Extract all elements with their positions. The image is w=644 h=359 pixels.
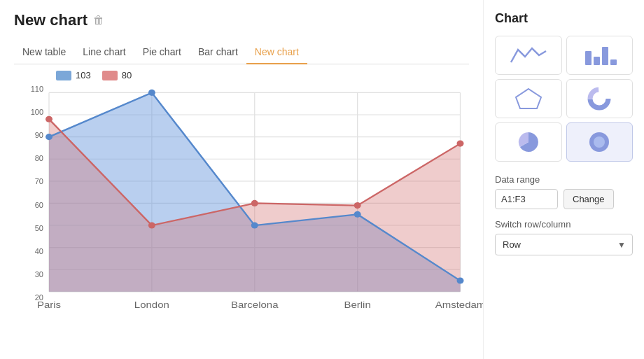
trash-icon[interactable]: 🗑 xyxy=(93,14,104,27)
svg-marker-34 xyxy=(516,89,541,108)
svg-point-17 xyxy=(251,222,258,228)
legend-label: 103 xyxy=(76,70,91,80)
switch-select[interactable]: RowColumn xyxy=(495,234,633,255)
svg-point-16 xyxy=(148,90,155,96)
svg-text:Barcelona: Barcelona xyxy=(231,299,279,309)
svg-rect-30 xyxy=(585,51,592,65)
svg-rect-32 xyxy=(602,47,608,65)
data-range-label: Data range xyxy=(495,174,633,185)
svg-point-19 xyxy=(457,278,464,284)
y-tick-label: 90 xyxy=(35,131,43,139)
tab-line-chart[interactable]: Line chart xyxy=(74,41,134,64)
right-panel: Chart Data range Change Switch row/colum… xyxy=(483,0,644,359)
tab-bar-chart[interactable]: Bar chart xyxy=(190,41,246,64)
y-tick-label: 30 xyxy=(35,270,43,279)
y-tick-label: 80 xyxy=(35,154,43,162)
legend-item: 103 xyxy=(56,70,91,80)
polygon-chart-type[interactable] xyxy=(495,79,562,118)
chart-area: 10380 1101009080706050403020 ParisLondon… xyxy=(14,70,469,329)
chart-type-grid xyxy=(495,36,633,162)
right-panel-title: Chart xyxy=(495,11,633,26)
svg-point-24 xyxy=(457,141,464,147)
y-tick-label: 50 xyxy=(35,224,43,232)
svg-rect-33 xyxy=(610,59,617,65)
chart-inner: ParisLondonBarcelonaBerlinAmstedam xyxy=(49,85,469,316)
svg-point-39 xyxy=(594,136,605,148)
svg-point-20 xyxy=(46,116,52,122)
svg-point-21 xyxy=(148,222,155,228)
svg-text:Amstedam: Amstedam xyxy=(435,299,483,309)
svg-text:Berlin: Berlin xyxy=(344,299,370,309)
tab-new-table[interactable]: New table xyxy=(14,41,74,64)
data-range-row: Change xyxy=(495,189,633,209)
chart-svg: ParisLondonBarcelonaBerlinAmstedam xyxy=(49,85,469,316)
donut-chart-type[interactable] xyxy=(566,79,634,118)
y-tick-label: 60 xyxy=(35,201,43,209)
chart-legend: 10380 xyxy=(56,70,469,80)
svg-point-15 xyxy=(46,134,52,140)
legend-label: 80 xyxy=(122,70,132,80)
line-chart-type[interactable] xyxy=(495,36,562,75)
page-title: New chart xyxy=(14,11,88,29)
bar-chart-type[interactable] xyxy=(566,36,634,75)
pie-chart-type[interactable] xyxy=(495,122,562,162)
data-range-input[interactable] xyxy=(495,189,558,209)
switch-label: Switch row/column xyxy=(495,219,633,230)
legend-color xyxy=(102,71,118,80)
svg-text:Paris: Paris xyxy=(37,299,61,309)
y-tick-label: 40 xyxy=(35,247,43,255)
switch-select-row: RowColumn ▼ xyxy=(495,234,633,255)
y-axis: 1101009080706050403020 xyxy=(14,85,49,316)
y-tick-label: 100 xyxy=(31,108,43,116)
svg-point-23 xyxy=(354,202,361,209)
tab-bar: New tableLine chartPie chartBar chartNew… xyxy=(14,41,469,64)
tab-pie-chart[interactable]: Pie chart xyxy=(134,41,190,64)
svg-rect-31 xyxy=(594,57,600,65)
change-button[interactable]: Change xyxy=(564,189,614,209)
tab-new-chart[interactable]: New chart xyxy=(246,41,307,64)
svg-point-22 xyxy=(251,200,258,206)
svg-point-18 xyxy=(354,211,361,218)
svg-point-36 xyxy=(595,94,603,103)
legend-color xyxy=(56,71,71,80)
svg-text:London: London xyxy=(134,299,169,309)
circle-chart-type[interactable] xyxy=(566,122,634,162)
legend-item: 80 xyxy=(102,70,132,80)
chart-wrapper: 1101009080706050403020 ParisLondonBarcel… xyxy=(14,85,469,316)
y-tick-label: 110 xyxy=(31,85,43,93)
page-title-area: New chart 🗑 xyxy=(14,11,469,29)
y-tick-label: 70 xyxy=(35,177,43,185)
